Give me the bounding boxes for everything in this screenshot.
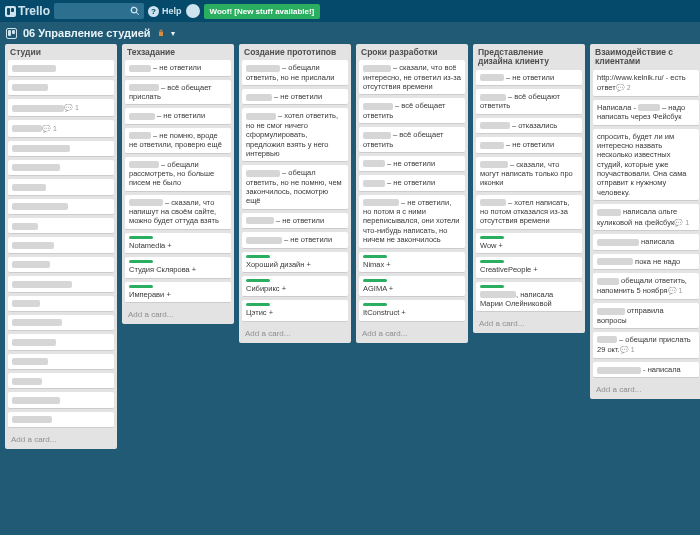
card[interactable]: ....: [8, 296, 114, 312]
redacted-text: ....: [12, 65, 56, 72]
card[interactable]: ....: [8, 334, 114, 350]
card[interactable]: Написала - .... – надо написать через Фе…: [593, 100, 699, 126]
card[interactable]: .... написала: [593, 234, 699, 250]
app-logo[interactable]: Trello: [5, 4, 50, 18]
search-input[interactable]: [54, 3, 144, 19]
help-button[interactable]: ? Help: [148, 6, 182, 17]
card[interactable]: Имперави +: [125, 282, 231, 303]
card[interactable]: .... – всё обещают ответить: [476, 89, 582, 115]
card[interactable]: Студия Склярова +: [125, 257, 231, 278]
card[interactable]: ....: [8, 80, 114, 96]
chevron-down-icon[interactable]: ▾: [171, 29, 175, 38]
card[interactable]: .... – не ответили: [125, 108, 231, 124]
board-title[interactable]: 06 Управление студией: [23, 27, 151, 39]
card[interactable]: .... написала ольге куликовой на фейсбук…: [593, 204, 699, 231]
card[interactable]: ....: [8, 257, 114, 273]
redacted-text: ....: [363, 180, 385, 187]
card[interactable]: .... – сказали, что напишут на своём сай…: [125, 195, 231, 230]
card[interactable]: .... – обещал ответить, но не помню, чем…: [242, 165, 348, 210]
card[interactable]: Wow +: [476, 233, 582, 254]
add-card-button[interactable]: Add a card...: [239, 325, 351, 343]
board-bar: 06 Управление студией ▾: [0, 22, 700, 44]
card[interactable]: .... – всё обещает ответить: [359, 98, 465, 124]
card[interactable]: .... – сказали, что всё интересно, не от…: [359, 60, 465, 95]
redacted-text: ....: [597, 239, 639, 246]
redacted-text: ....: [597, 367, 641, 374]
card[interactable]: .... отправила вопросы: [593, 303, 699, 329]
card[interactable]: .... – отказались: [476, 118, 582, 134]
add-card-button[interactable]: Add a card...: [356, 325, 468, 343]
card[interactable]: .... – не ответили: [476, 137, 582, 153]
card[interactable]: .... – всё обещает ответить: [359, 127, 465, 153]
notification-banner[interactable]: Woof! [New stuff available!]: [204, 4, 321, 19]
card[interactable]: Хороший дизайн +: [242, 252, 348, 273]
card[interactable]: .... обещали ответить, напомнить 5 ноябр…: [593, 273, 699, 300]
card[interactable]: Nimax +: [359, 252, 465, 273]
list: Взаимодействие с клиентамиhttp://www.kel…: [590, 44, 700, 399]
redacted-text: ....: [480, 94, 506, 101]
card[interactable]: .... – хотел ответить, но не смог ничего…: [242, 108, 348, 162]
card[interactable]: .... – всё обещает прислать: [125, 80, 231, 106]
list-title[interactable]: Студии: [5, 44, 117, 60]
card[interactable]: спросить, будет ли им интересно назвать …: [593, 129, 699, 202]
card[interactable]: ....: [8, 60, 114, 76]
card[interactable]: ItConstruct +: [359, 300, 465, 321]
add-card-button[interactable]: Add a card...: [122, 306, 234, 324]
card[interactable]: .... – обещали рассмотреть, но больше пи…: [125, 157, 231, 192]
card[interactable]: http://www.kelnik.ru/ - есть ответ2: [593, 70, 699, 97]
card[interactable]: ....: [8, 160, 114, 176]
card[interactable]: ....: [8, 237, 114, 253]
card[interactable]: .... – обещали ответить, но не прислали: [242, 60, 348, 86]
card[interactable]: ....: [8, 354, 114, 370]
card[interactable]: .... пока не надо: [593, 254, 699, 270]
card[interactable]: .... – не ответили: [125, 60, 231, 76]
card[interactable]: .... – не ответили, но потом я с ними пе…: [359, 195, 465, 249]
card[interactable]: CreativePeople +: [476, 257, 582, 278]
card[interactable]: Сибирикс +: [242, 276, 348, 297]
redacted-text: ....: [246, 217, 274, 224]
card[interactable]: ....: [8, 412, 114, 428]
card[interactable]: AGIMA +: [359, 276, 465, 297]
card[interactable]: .... – сказали, что могут написать тольк…: [476, 157, 582, 192]
card[interactable]: ....: [8, 315, 114, 331]
card[interactable]: ...., написала Марии Олейниковой: [476, 282, 582, 313]
list-title[interactable]: Представление дизайна клиенту: [473, 44, 585, 70]
card[interactable]: ....: [8, 199, 114, 215]
card[interactable]: ....: [8, 373, 114, 389]
card[interactable]: ....1: [8, 120, 114, 138]
redacted-text: ....: [480, 74, 504, 81]
card[interactable]: .... – не помню, вроде не ответили, пров…: [125, 128, 231, 154]
redacted-text: ....: [129, 161, 159, 168]
card[interactable]: ....1: [8, 99, 114, 117]
card[interactable]: .... – не ответили: [242, 232, 348, 248]
list: Студии............1....1................…: [5, 44, 117, 449]
card[interactable]: .... - написала: [593, 362, 699, 378]
card[interactable]: .... – не ответили: [242, 89, 348, 105]
add-card-button[interactable]: Add a card...: [590, 381, 700, 399]
redacted-text: ....: [12, 339, 56, 346]
list-title[interactable]: Создание прототипов: [239, 44, 351, 60]
card[interactable]: ....: [8, 218, 114, 234]
card[interactable]: ....: [8, 179, 114, 195]
card[interactable]: .... – не ответили: [476, 70, 582, 86]
card[interactable]: ....: [8, 392, 114, 408]
card[interactable]: ....: [8, 141, 114, 157]
card[interactable]: .... – хотел написать, но потом отказалс…: [476, 195, 582, 230]
card[interactable]: Цэтис +: [242, 300, 348, 321]
husky-icon[interactable]: [186, 4, 200, 18]
redacted-text: ....: [363, 103, 393, 110]
redacted-text: ....: [597, 209, 621, 216]
card[interactable]: .... – не ответили: [359, 156, 465, 172]
list: Представление дизайна клиенту.... – не о…: [473, 44, 585, 333]
card[interactable]: .... – не ответили: [242, 213, 348, 229]
card[interactable]: ....: [8, 276, 114, 292]
list: Сроки разработки.... – сказали, что всё …: [356, 44, 468, 343]
add-card-button[interactable]: Add a card...: [473, 315, 585, 333]
list-title[interactable]: Взаимодействие с клиентами: [590, 44, 700, 70]
card[interactable]: Notamedia +: [125, 233, 231, 254]
card[interactable]: .... – обещали прислать 29 окт.1: [593, 332, 699, 359]
card[interactable]: .... – не ответили: [359, 175, 465, 191]
list-title[interactable]: Техзадание: [122, 44, 234, 60]
list-title[interactable]: Сроки разработки: [356, 44, 468, 60]
add-card-button[interactable]: Add a card...: [5, 431, 117, 449]
